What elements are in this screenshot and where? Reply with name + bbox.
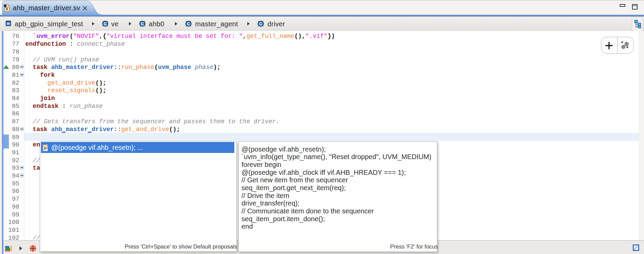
svg-text:C: C: [259, 21, 263, 26]
svg-text:C: C: [141, 21, 144, 26]
svg-text:C: C: [104, 21, 107, 26]
svg-text:C: C: [187, 21, 190, 26]
